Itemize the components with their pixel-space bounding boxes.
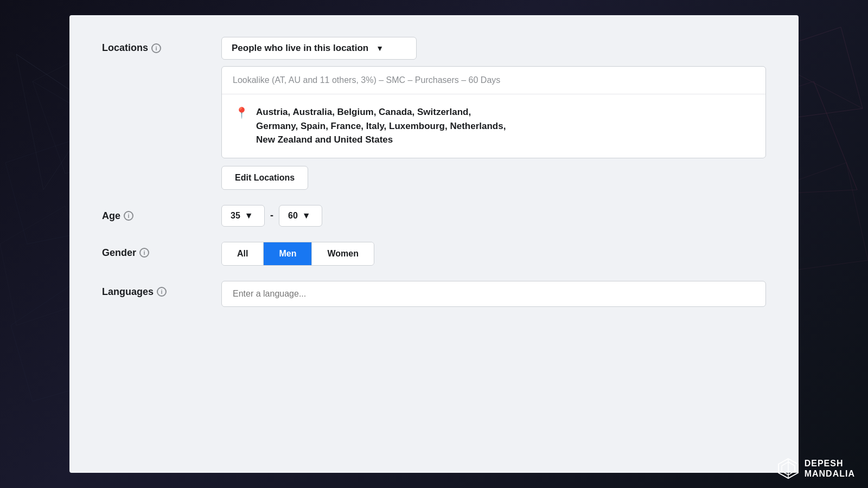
gender-women-button[interactable]: Women xyxy=(312,242,373,265)
main-card: Locations i People who live in this loca… xyxy=(69,15,799,473)
languages-row: Languages i xyxy=(102,281,766,307)
age-from-arrow: ▼ xyxy=(245,211,253,221)
locations-label: Locations xyxy=(102,42,148,54)
locations-dropdown-label: People who live in this location xyxy=(232,43,368,54)
watermark-line1: DEPESH xyxy=(805,458,855,468)
locations-row: Locations i People who live in this loca… xyxy=(102,37,766,190)
age-label: Age xyxy=(102,210,120,222)
age-control: 35 ▼ - 60 ▼ xyxy=(221,205,766,227)
locations-dropdown-button[interactable]: People who live in this location ▼ xyxy=(221,37,417,60)
location-box: Lookalike (AT, AU and 11 others, 3%) – S… xyxy=(221,66,766,158)
watermark: DEPESH MANDALIA xyxy=(777,458,855,479)
languages-label: Languages xyxy=(102,286,154,298)
languages-label-container: Languages i xyxy=(102,281,221,298)
countries-line2: Germany, Spain, France, Italy, Luxembour… xyxy=(256,121,506,131)
location-text: Austria, Australia, Belgium, Canada, Swi… xyxy=(256,105,506,147)
age-info-icon[interactable]: i xyxy=(124,211,133,221)
gender-row: Gender i All Men Women xyxy=(102,242,766,266)
pin-icon: 📍 xyxy=(235,106,248,119)
watermark-text: DEPESH MANDALIA xyxy=(805,458,855,479)
age-to-value: 60 xyxy=(288,211,298,221)
gender-button-group: All Men Women xyxy=(221,242,374,266)
age-dash: - xyxy=(270,210,273,221)
gender-label-container: Gender i xyxy=(102,242,221,259)
age-to-arrow: ▼ xyxy=(302,211,311,221)
age-selects: 35 ▼ - 60 ▼ xyxy=(221,205,766,227)
locations-dropdown-arrow: ▼ xyxy=(376,44,384,53)
age-label-container: Age i xyxy=(102,205,221,222)
location-item: 📍 Austria, Australia, Belgium, Canada, S… xyxy=(222,94,765,158)
countries-line3: New Zealand and United States xyxy=(256,134,393,145)
location-search-text: Lookalike (AT, AU and 11 others, 3%) – S… xyxy=(233,75,500,85)
locations-info-icon[interactable]: i xyxy=(151,43,161,53)
locations-label-container: Locations i xyxy=(102,37,221,54)
gender-info-icon[interactable]: i xyxy=(139,248,149,258)
watermark-line2: MANDALIA xyxy=(805,468,855,479)
location-search-row: Lookalike (AT, AU and 11 others, 3%) – S… xyxy=(222,67,765,94)
age-to-select[interactable]: 60 ▼ xyxy=(279,205,322,227)
languages-input[interactable] xyxy=(221,281,766,307)
svg-line-11 xyxy=(814,81,857,190)
gender-control: All Men Women xyxy=(221,242,766,266)
age-row: Age i 35 ▼ - 60 ▼ xyxy=(102,205,766,227)
gender-men-button[interactable]: Men xyxy=(264,242,312,265)
languages-info-icon[interactable]: i xyxy=(157,287,167,297)
countries-line1: Austria, Australia, Belgium, Canada, Swi… xyxy=(256,107,471,117)
edit-locations-button[interactable]: Edit Locations xyxy=(221,166,308,190)
locations-control: People who live in this location ▼ Looka… xyxy=(221,37,766,190)
watermark-logo-icon xyxy=(777,458,799,479)
age-from-value: 35 xyxy=(231,211,240,221)
languages-control xyxy=(221,281,766,307)
gender-all-button[interactable]: All xyxy=(222,242,264,265)
age-from-select[interactable]: 35 ▼ xyxy=(221,205,265,227)
gender-label: Gender xyxy=(102,247,136,259)
